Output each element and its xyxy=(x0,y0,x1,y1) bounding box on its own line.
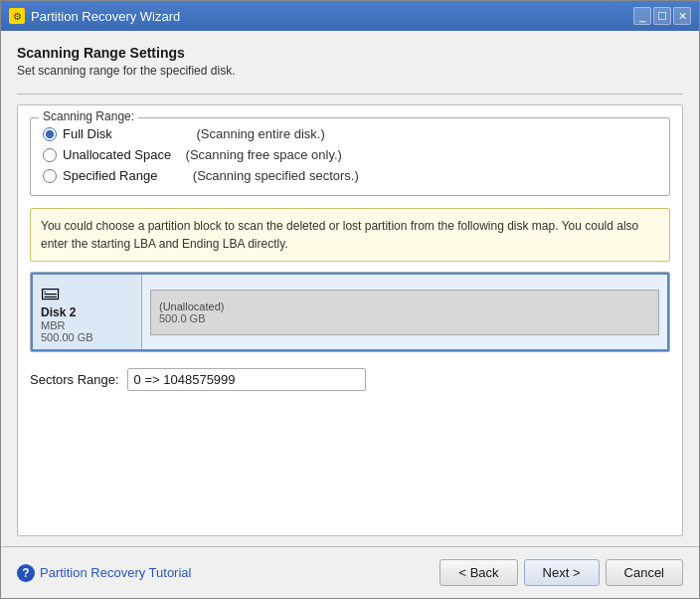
footer-buttons: < Back Next > Cancel xyxy=(439,559,683,586)
disk-partitions: (Unallocated) 500.0 GB xyxy=(142,275,667,349)
disk-info: 🖴 Disk 2 MBR 500.00 GB xyxy=(33,275,142,349)
window-controls: ⎯ ☐ ✕ xyxy=(633,7,691,25)
disk-type: MBR xyxy=(41,319,65,331)
disk-row[interactable]: 🖴 Disk 2 MBR 500.00 GB (Unallocated) 500… xyxy=(31,273,669,351)
minimize-button[interactable]: ⎯ xyxy=(633,7,651,25)
radio-unallocated-label: Unallocated Space xyxy=(63,147,182,162)
maximize-button[interactable]: ☐ xyxy=(653,7,671,25)
sectors-label: Sectors Range: xyxy=(30,372,119,387)
radio-option-unallocated: Unallocated Space (Scanning free space o… xyxy=(43,147,657,162)
radio-specified-desc: (Scanning specified sectors.) xyxy=(182,168,359,183)
main-panel: Scanning Range: Full Disk (Scanning enti… xyxy=(17,104,683,536)
content-area: Scanning Range Settings Set scanning ran… xyxy=(1,31,699,546)
radio-option-specified: Specified Range (Scanning specified sect… xyxy=(43,168,657,183)
scanning-range-group: Scanning Range: Full Disk (Scanning enti… xyxy=(30,117,670,196)
page-subtitle: Set scanning range for the specified dis… xyxy=(17,64,683,78)
radio-option-full-disk: Full Disk (Scanning entire disk.) xyxy=(43,126,657,141)
group-legend: Scanning Range: xyxy=(39,109,138,123)
radio-full-disk-label: Full Disk xyxy=(63,126,182,141)
disk-icon: 🖴 xyxy=(41,281,61,303)
partition-label: (Unallocated) xyxy=(159,300,650,312)
radio-specified-label: Specified Range xyxy=(63,168,182,183)
app-icon: ⚙ xyxy=(9,8,25,24)
main-window: ⚙ Partition Recovery Wizard ⎯ ☐ ✕ Scanni… xyxy=(0,0,700,599)
header-separator xyxy=(17,94,683,95)
radio-specified[interactable] xyxy=(43,169,57,183)
disk-size: 500.00 GB xyxy=(41,331,93,343)
back-button[interactable]: < Back xyxy=(439,559,517,586)
sectors-row: Sectors Range: xyxy=(30,368,670,391)
cancel-button[interactable]: Cancel xyxy=(606,559,683,586)
radio-full-disk-desc: (Scanning entire disk.) xyxy=(182,126,325,141)
title-bar: ⚙ Partition Recovery Wizard ⎯ ☐ ✕ xyxy=(1,1,699,31)
partition-size: 500.0 GB xyxy=(159,312,650,324)
disk-name: Disk 2 xyxy=(41,305,76,319)
sectors-input[interactable] xyxy=(127,368,366,391)
page-header: Scanning Range Settings Set scanning ran… xyxy=(17,45,683,78)
next-button[interactable]: Next > xyxy=(524,559,600,586)
page-title: Scanning Range Settings xyxy=(17,45,683,61)
radio-full-disk[interactable] xyxy=(43,127,57,141)
close-button[interactable]: ✕ xyxy=(673,7,691,25)
help-link-text: Partition Recovery Tutorial xyxy=(40,565,191,580)
info-box: You could choose a partition block to sc… xyxy=(30,208,670,262)
radio-unallocated-desc: (Scanning free space only.) xyxy=(182,147,342,162)
disk-map-container: 🖴 Disk 2 MBR 500.00 GB (Unallocated) 500… xyxy=(30,272,670,352)
partition-block-unallocated[interactable]: (Unallocated) 500.0 GB xyxy=(150,290,659,335)
radio-unallocated[interactable] xyxy=(43,148,57,162)
footer: ? Partition Recovery Tutorial < Back Nex… xyxy=(1,546,699,598)
help-icon: ? xyxy=(17,564,35,582)
window-title: Partition Recovery Wizard xyxy=(31,9,627,24)
help-link[interactable]: ? Partition Recovery Tutorial xyxy=(17,564,191,582)
